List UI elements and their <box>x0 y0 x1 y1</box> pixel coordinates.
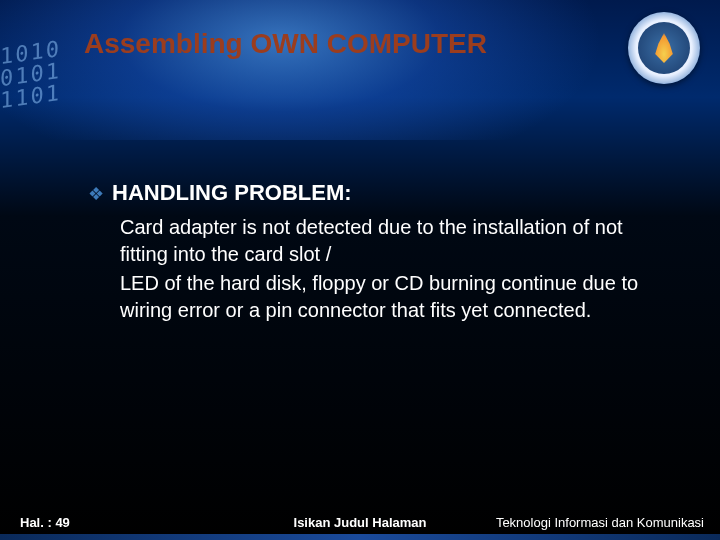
diamond-bullet-icon: ❖ <box>88 180 104 208</box>
footer-right-text: Teknologi Informasi dan Komunikasi <box>496 515 704 530</box>
slide: 1010 0101 1101 Assembling OWN COMPUTER ❖… <box>0 0 720 540</box>
footer-strip <box>0 534 720 540</box>
decorative-digits: 1010 0101 1101 <box>0 34 90 137</box>
content-area: ❖ HANDLING PROBLEM: Card adapter is not … <box>88 180 670 324</box>
bullet-row: ❖ HANDLING PROBLEM: <box>88 180 670 208</box>
slide-title: Assembling OWN COMPUTER <box>84 28 487 60</box>
footer: Hal. : 49 Isikan Judul Halaman Teknologi… <box>0 506 720 540</box>
header-glow <box>0 0 720 140</box>
body-paragraph-2: LED of the hard disk, floppy or CD burni… <box>120 270 670 324</box>
flame-icon <box>653 33 675 63</box>
org-logo <box>628 12 700 84</box>
section-heading: HANDLING PROBLEM: <box>112 180 352 206</box>
body-paragraph-1: Card adapter is not detected due to the … <box>120 214 670 268</box>
logo-inner <box>638 22 690 74</box>
